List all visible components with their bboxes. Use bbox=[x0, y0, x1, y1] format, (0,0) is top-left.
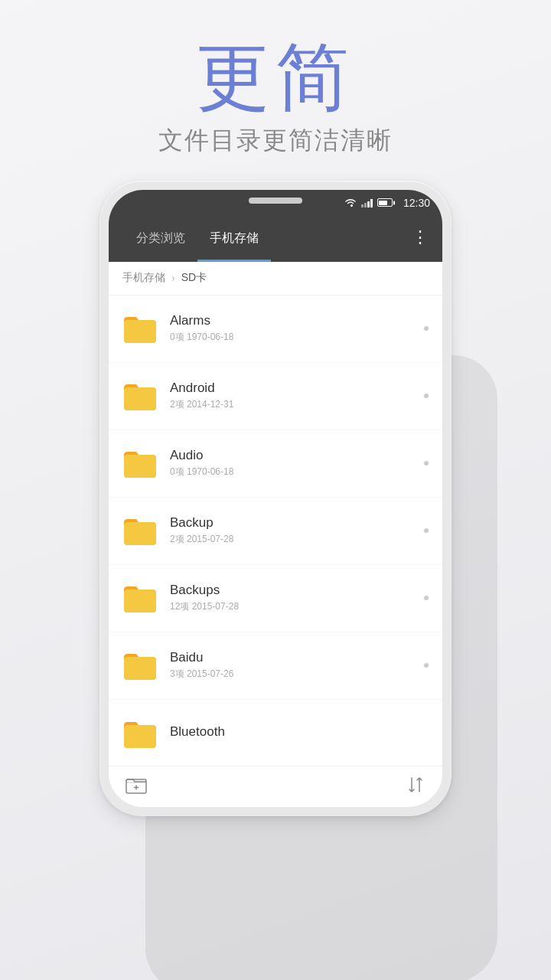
hero-section: 更简 文件目录更简洁清晰 bbox=[158, 0, 393, 181]
file-more-dot bbox=[424, 528, 429, 533]
breadcrumb: 手机存储 › SD卡 bbox=[109, 262, 442, 296]
file-more-dot bbox=[424, 326, 429, 331]
breadcrumb-separator: › bbox=[171, 272, 175, 284]
phone-screen: 12:30 分类浏览 手机存储 ⋮ 手机存储 › SD卡 bbox=[109, 190, 442, 807]
folder-icon bbox=[122, 583, 158, 612]
phone-frame: 12:30 分类浏览 手机存储 ⋮ 手机存储 › SD卡 bbox=[99, 181, 452, 816]
list-item[interactable]: Backup 2项 2015-07-28 bbox=[109, 498, 442, 565]
file-meta: 0项 1970-06-18 bbox=[170, 466, 424, 479]
file-more-dot bbox=[424, 461, 429, 466]
list-item[interactable]: Android 2项 2014-12-31 bbox=[109, 363, 442, 430]
file-more-dot bbox=[424, 663, 429, 668]
file-meta: 12项 2015-07-28 bbox=[170, 600, 424, 613]
new-folder-button[interactable] bbox=[126, 776, 147, 797]
file-meta: 3项 2015-07-26 bbox=[170, 668, 424, 681]
list-item[interactable]: Baidu 3项 2015-07-26 bbox=[109, 632, 442, 700]
breadcrumb-root: 手机存储 bbox=[122, 271, 165, 285]
file-name: Baidu bbox=[170, 650, 424, 665]
hero-subtitle: 文件目录更简洁清晰 bbox=[158, 124, 393, 158]
file-meta: 2项 2014-12-31 bbox=[170, 398, 424, 411]
folder-icon bbox=[122, 449, 158, 478]
sort-button[interactable] bbox=[406, 775, 425, 798]
folder-icon bbox=[122, 719, 158, 748]
toolbar: 分类浏览 手机存储 ⋮ bbox=[109, 216, 442, 262]
tab-group: 分类浏览 手机存储 bbox=[124, 216, 271, 262]
folder-icon bbox=[122, 651, 158, 680]
phone-speaker bbox=[249, 198, 302, 204]
folder-icon bbox=[122, 381, 158, 410]
status-time: 12:30 bbox=[403, 197, 430, 209]
file-info: Android 2项 2014-12-31 bbox=[170, 381, 424, 411]
file-info: Baidu 3项 2015-07-26 bbox=[170, 650, 424, 681]
more-button[interactable]: ⋮ bbox=[412, 229, 427, 249]
signal-icon bbox=[361, 198, 373, 207]
breadcrumb-current: SD卡 bbox=[181, 271, 207, 285]
list-item[interactable]: Backups 12项 2015-07-28 bbox=[109, 565, 442, 632]
file-more-dot bbox=[424, 394, 429, 398]
file-more-dot bbox=[424, 596, 429, 600]
file-info: Audio 0项 1970-06-18 bbox=[170, 448, 424, 479]
file-name: Backup bbox=[170, 515, 424, 531]
file-list: Alarms 0项 1970-06-18 Android 2项 2014-12-… bbox=[109, 296, 442, 766]
file-name: Android bbox=[170, 381, 424, 396]
file-name: Backups bbox=[170, 583, 424, 598]
list-item[interactable]: Bluetooth bbox=[109, 700, 442, 766]
wifi-icon bbox=[344, 198, 357, 207]
battery-icon bbox=[377, 198, 393, 207]
file-meta: 0项 1970-06-18 bbox=[170, 331, 424, 344]
list-item[interactable]: Audio 0项 1970-06-18 bbox=[109, 430, 442, 498]
file-name: Alarms bbox=[170, 313, 424, 328]
tab-browse[interactable]: 分类浏览 bbox=[124, 216, 197, 262]
folder-icon bbox=[122, 516, 158, 545]
file-info: Backup 2项 2015-07-28 bbox=[170, 515, 424, 546]
hero-title: 更简 bbox=[196, 37, 355, 118]
file-meta: 2项 2015-07-28 bbox=[170, 533, 424, 546]
status-icons: 12:30 bbox=[344, 197, 430, 209]
file-name: Bluetooth bbox=[170, 724, 424, 740]
phone-wrapper: 12:30 分类浏览 手机存储 ⋮ 手机存储 › SD卡 bbox=[77, 181, 474, 980]
file-info: Alarms 0项 1970-06-18 bbox=[170, 313, 424, 344]
bottom-bar bbox=[109, 766, 442, 807]
file-info: Backups 12项 2015-07-28 bbox=[170, 583, 424, 613]
folder-icon bbox=[122, 314, 158, 343]
list-item[interactable]: Alarms 0项 1970-06-18 bbox=[109, 296, 442, 363]
tab-storage[interactable]: 手机存储 bbox=[197, 216, 271, 262]
file-info: Bluetooth bbox=[170, 724, 424, 742]
file-name: Audio bbox=[170, 448, 424, 463]
